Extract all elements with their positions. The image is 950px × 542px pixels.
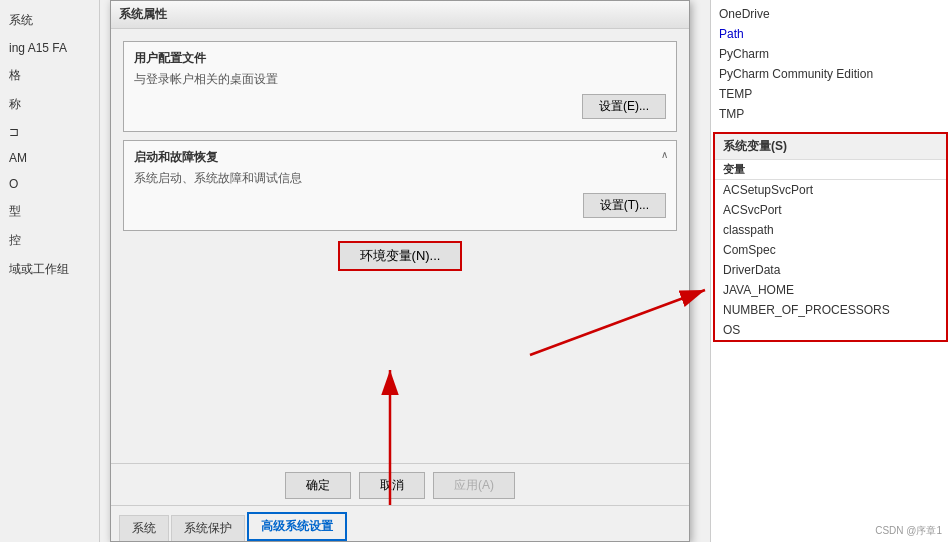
user-var-path[interactable]: Path — [711, 24, 950, 44]
sidebar-item-o: O — [5, 175, 94, 193]
sidebar-item-bracket: ⊐ — [5, 123, 94, 141]
sys-var-classpath[interactable]: classpath — [715, 220, 946, 240]
env-variables-button[interactable]: 环境变量(N)... — [338, 241, 463, 271]
tab-advanced[interactable]: 高级系统设置 — [247, 512, 347, 541]
env-btn-row: 环境变量(N)... — [123, 241, 677, 271]
sys-vars-section: 系统变量(S) 变量 ACSetupSvcPort ACSvcPort clas… — [713, 132, 948, 342]
user-vars-section: OneDrive Path PyCharm PyCharm Community … — [711, 0, 950, 128]
user-var-temp[interactable]: TEMP — [711, 84, 950, 104]
sys-var-list: ACSetupSvcPort ACSvcPort classpath ComSp… — [715, 180, 946, 340]
sys-var-java-home[interactable]: JAVA_HOME — [715, 280, 946, 300]
collapse-icon: ∧ — [661, 149, 668, 160]
tab-protection[interactable]: 系统保护 — [171, 515, 245, 541]
sys-var-driverdata[interactable]: DriverData — [715, 260, 946, 280]
user-profile-desc: 与登录帐户相关的桌面设置 — [134, 71, 666, 88]
sidebar-item-am: AM — [5, 149, 94, 167]
sys-var-acsvc[interactable]: ACSvcPort — [715, 200, 946, 220]
user-var-tmp[interactable]: TMP — [711, 104, 950, 124]
left-sidebar: 系统 ing A15 FA 格 称 ⊐ AM O 型 控 域或工作组 — [0, 0, 100, 542]
sys-vars-header: 系统变量(S) — [715, 134, 946, 160]
user-profile-title: 用户配置文件 — [134, 50, 666, 67]
user-var-pycharm-community[interactable]: PyCharm Community Edition — [711, 64, 950, 84]
user-var-onedrive[interactable]: OneDrive — [711, 4, 950, 24]
sys-var-os[interactable]: OS — [715, 320, 946, 340]
startup-title: 启动和故障恢复 — [134, 149, 666, 166]
sys-var-comspec[interactable]: ComSpec — [715, 240, 946, 260]
user-profile-section: 用户配置文件 与登录帐户相关的桌面设置 设置(E)... — [123, 41, 677, 132]
sys-var-acsetup[interactable]: ACSetupSvcPort — [715, 180, 946, 200]
dialog-title: 系统属性 — [119, 6, 167, 23]
sidebar-item-kong: 控 — [5, 230, 94, 251]
sidebar-item-xing: 型 — [5, 201, 94, 222]
ok-button[interactable]: 确定 — [285, 472, 351, 499]
sidebar-item-ge: 格 — [5, 65, 94, 86]
apply-button[interactable]: 应用(A) — [433, 472, 515, 499]
tab-system[interactable]: 系统 — [119, 515, 169, 541]
user-var-list: OneDrive Path PyCharm PyCharm Community … — [711, 4, 950, 124]
startup-settings-button[interactable]: 设置(T)... — [583, 193, 666, 218]
dialog-bottom-buttons: 确定 取消 应用(A) — [111, 463, 689, 505]
dialog-area: 系统属性 用户配置文件 与登录帐户相关的桌面设置 设置(E)... ∧ 启动和故… — [100, 0, 720, 542]
startup-section: ∧ 启动和故障恢复 系统启动、系统故障和调试信息 设置(T)... — [123, 140, 677, 231]
env-variables-panel: OneDrive Path PyCharm PyCharm Community … — [710, 0, 950, 542]
sidebar-item-system: 系统 — [5, 10, 94, 31]
user-var-pycharm[interactable]: PyCharm — [711, 44, 950, 64]
sidebar-item-a15fa: ing A15 FA — [5, 39, 94, 57]
user-profile-settings-button[interactable]: 设置(E)... — [582, 94, 666, 119]
sidebar-item-cheng: 称 — [5, 94, 94, 115]
sidebar-item-domain: 域或工作组 — [5, 259, 94, 280]
sys-var-num-processors[interactable]: NUMBER_OF_PROCESSORS — [715, 300, 946, 320]
dialog-title-bar: 系统属性 — [111, 1, 689, 29]
tab-bar: 系统 系统保护 高级系统设置 — [111, 505, 689, 541]
system-properties-dialog: 系统属性 用户配置文件 与登录帐户相关的桌面设置 设置(E)... ∧ 启动和故… — [110, 0, 690, 542]
watermark: CSDN @序章1 — [875, 524, 942, 538]
cancel-button[interactable]: 取消 — [359, 472, 425, 499]
sys-vars-col-label: 变量 — [715, 160, 946, 180]
startup-desc: 系统启动、系统故障和调试信息 — [134, 170, 666, 187]
dialog-content: 用户配置文件 与登录帐户相关的桌面设置 设置(E)... ∧ 启动和故障恢复 系… — [111, 29, 689, 271]
